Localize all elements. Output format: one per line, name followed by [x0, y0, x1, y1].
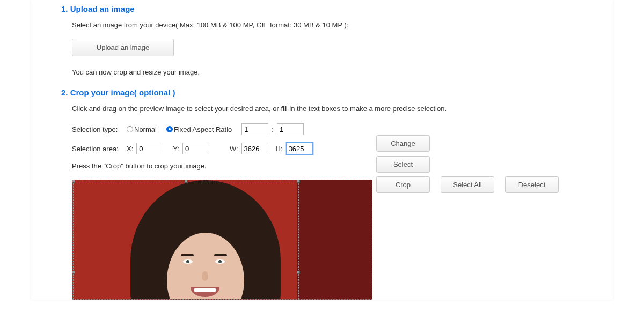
radio-fixed-aspect-ratio[interactable]: Fixed Aspect Ratio [166, 125, 232, 133]
upload-image-button[interactable]: Upload an image [72, 39, 174, 56]
crop-description: Click and drag on the preview image to s… [72, 105, 583, 113]
crop-button[interactable]: Crop [376, 176, 430, 193]
select-all-button[interactable]: Select All [441, 176, 494, 193]
aspect-height-input[interactable] [277, 123, 304, 135]
selection-type-label: Selection type: [72, 125, 123, 133]
selection-type-row: Selection type: Normal Fixed Aspect Rati… [72, 123, 583, 135]
upload-description: Select an image from your device( Max: 1… [72, 21, 583, 29]
change-button[interactable]: Change [376, 135, 430, 152]
page-card: 1. Upload an image Select an image from … [31, 0, 613, 300]
h-input[interactable] [286, 143, 313, 154]
upload-section-title: 1. Upload an image [61, 4, 583, 13]
w-input[interactable] [241, 143, 268, 154]
radio-normal-icon [127, 126, 133, 132]
preview-background [72, 180, 372, 299]
x-input[interactable] [136, 143, 163, 154]
preview-portrait [125, 180, 286, 300]
radio-fixed-label: Fixed Aspect Ratio [174, 125, 232, 133]
h-label: H: [276, 145, 283, 153]
crop-hint-text: Press the "Crop" button to crop your ima… [72, 162, 207, 170]
aspect-separator: : [272, 125, 274, 133]
upload-status-text: You can now crop and resize your image. [72, 68, 583, 76]
aspect-width-input[interactable] [241, 123, 268, 135]
preview-image[interactable] [72, 180, 372, 300]
radio-normal-label: Normal [134, 125, 157, 133]
y-input[interactable] [182, 143, 209, 154]
radio-normal[interactable]: Normal [127, 125, 157, 133]
selection-area-row: Selection area: X: Y: W: H: [72, 143, 583, 154]
deselect-button[interactable]: Deselect [505, 176, 559, 193]
crop-hint-row: Press the "Crop" button to crop your ima… [72, 162, 583, 170]
selection-area-label: Selection area: [72, 145, 123, 153]
w-label: W: [230, 145, 238, 153]
y-label: Y: [173, 145, 179, 153]
select-button[interactable]: Select [376, 156, 430, 173]
crop-section-title: 2. Crop your image( optional ) [61, 88, 583, 97]
radio-fixed-icon [166, 126, 173, 132]
x-label: X: [127, 145, 133, 153]
